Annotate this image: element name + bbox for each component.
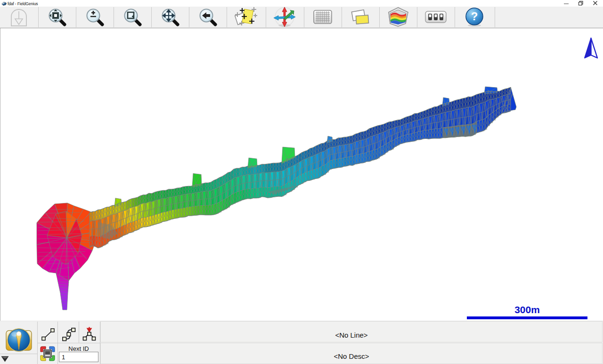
svg-text:?: ? [471, 10, 478, 23]
